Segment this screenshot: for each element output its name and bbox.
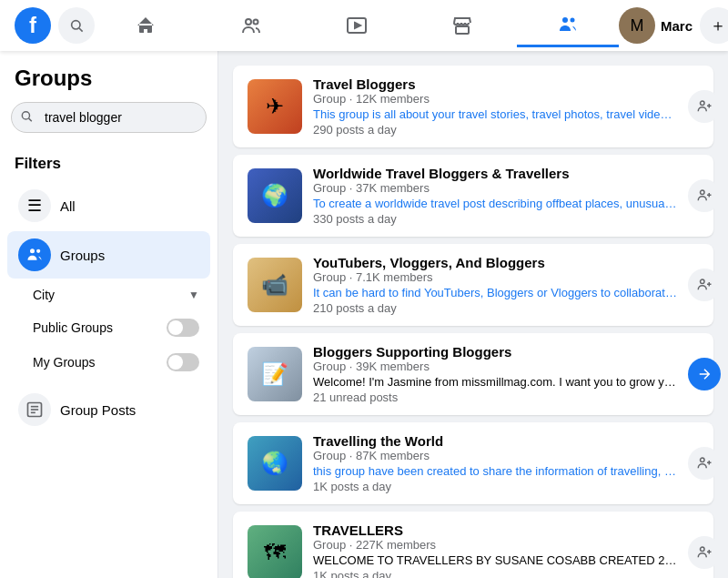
sidebar-item-all[interactable]: ☰ All xyxy=(7,182,210,229)
group-action-join-3[interactable] xyxy=(688,269,721,301)
nav-watch[interactable] xyxy=(306,4,408,47)
svg-point-23 xyxy=(701,279,705,284)
nav-marketplace[interactable] xyxy=(411,4,513,47)
group-posts-6: 1K posts a day xyxy=(313,569,677,578)
nav-friends[interactable] xyxy=(200,4,302,47)
my-groups-toggle[interactable] xyxy=(167,353,199,371)
all-icon: ☰ xyxy=(18,189,51,222)
svg-rect-6 xyxy=(456,26,469,34)
group-thumb-2: 🌍 xyxy=(248,168,302,223)
content-area: ✈ Travel Bloggers Group · 12K members Th… xyxy=(218,51,728,578)
my-groups-label: My Groups xyxy=(33,355,95,370)
group-card-5: 🌏 Travelling the World Group · 87K membe… xyxy=(233,422,713,504)
group-name-3: YouTubers, Vloggers, And Bloggers xyxy=(313,255,677,270)
svg-point-9 xyxy=(22,112,29,119)
user-name: Marc xyxy=(661,18,693,34)
svg-line-10 xyxy=(29,118,32,121)
search-button[interactable] xyxy=(58,7,95,44)
facebook-logo[interactable]: f xyxy=(15,7,51,44)
nav-groups[interactable] xyxy=(517,4,619,47)
group-name-4: Bloggers Supporting Bloggers xyxy=(313,344,677,360)
group-desc-4: Welcome! I'm Jasmine from missmillmag.co… xyxy=(313,375,677,389)
sub-item-public-groups[interactable]: Public Groups xyxy=(22,311,210,344)
add-button[interactable]: ＋ xyxy=(700,7,728,44)
sub-item-my-groups[interactable]: My Groups xyxy=(22,346,210,379)
sidebar-item-groups[interactable]: Groups xyxy=(7,231,210,279)
group-meta-2: Group · 37K members xyxy=(313,181,677,195)
main-layout: Groups Filters ☰ All Groups City ▼ xyxy=(0,51,728,578)
user-profile-btn[interactable]: M Marc xyxy=(619,7,693,44)
group-meta-4: Group · 39K members xyxy=(313,360,677,373)
nav-center xyxy=(95,4,619,47)
svg-point-2 xyxy=(246,19,251,25)
group-desc-3: It can be hard to find YouTubers, Blogge… xyxy=(313,286,677,299)
groups-filter-icon xyxy=(18,238,51,271)
svg-point-26 xyxy=(701,458,705,462)
group-posts-3: 210 posts a day xyxy=(313,301,677,315)
sidebar: Groups Filters ☰ All Groups City ▼ xyxy=(0,51,218,578)
group-action-join-1[interactable] xyxy=(688,90,721,123)
svg-point-8 xyxy=(571,17,575,22)
svg-point-17 xyxy=(701,101,705,106)
sidebar-title: Groups xyxy=(0,66,217,102)
group-thumb-3: 📹 xyxy=(248,258,302,312)
sidebar-item-groups-label: Groups xyxy=(60,248,105,263)
group-action-member-4[interactable] xyxy=(688,358,721,390)
group-action-join-6[interactable] xyxy=(688,536,721,569)
group-name-2: Worldwide Travel Bloggers & Travellers xyxy=(313,166,677,181)
group-name-5: Travelling the World xyxy=(313,433,677,449)
group-thumb-4: 📝 xyxy=(248,347,302,401)
svg-line-1 xyxy=(79,28,83,32)
filters-label: Filters xyxy=(0,147,217,180)
svg-point-20 xyxy=(701,190,705,195)
group-card-1: ✈ Travel Bloggers Group · 12K members Th… xyxy=(233,66,713,147)
nav-right: M Marc ＋ xyxy=(619,7,728,44)
sidebar-item-all-label: All xyxy=(60,198,76,214)
svg-point-0 xyxy=(72,21,80,29)
chevron-down-icon: ▼ xyxy=(188,289,199,301)
group-action-join-5[interactable] xyxy=(688,447,721,480)
group-info-6: TRAVELLERS Group · 227K members WELCOME … xyxy=(313,522,677,578)
sidebar-item-group-posts-label: Group Posts xyxy=(60,402,136,418)
group-meta-3: Group · 7.1K members xyxy=(313,270,677,284)
public-groups-label: Public Groups xyxy=(33,320,113,335)
group-desc-6: WELCOME TO TRAVELLERS BY SUSANE COSABB C… xyxy=(313,553,677,567)
group-info-1: Travel Bloggers Group · 12K members This… xyxy=(313,76,677,137)
svg-marker-5 xyxy=(355,23,360,28)
search-input[interactable] xyxy=(11,102,207,133)
group-action-join-2[interactable] xyxy=(688,179,721,212)
group-posts-2: 330 posts a day xyxy=(313,212,677,226)
svg-point-3 xyxy=(254,20,258,25)
group-info-2: Worldwide Travel Bloggers & Travellers G… xyxy=(313,166,677,226)
group-posts-icon xyxy=(18,393,51,426)
group-info-5: Travelling the World Group · 87K members… xyxy=(313,433,677,493)
city-label: City xyxy=(33,288,55,302)
group-meta-5: Group · 87K members xyxy=(313,449,677,462)
sub-item-city[interactable]: City ▼ xyxy=(22,280,210,309)
svg-point-12 xyxy=(36,249,40,253)
group-meta-6: Group · 227K members xyxy=(313,538,677,552)
group-card-4: 📝 Bloggers Supporting Bloggers Group · 3… xyxy=(233,333,713,415)
search-icon xyxy=(20,110,33,126)
group-desc-5: this group have been created to share th… xyxy=(313,464,677,478)
group-posts-4: 21 unread posts xyxy=(313,390,677,404)
nav-home[interactable] xyxy=(95,4,197,47)
public-groups-toggle[interactable] xyxy=(167,319,199,337)
group-thumb-1: ✈ xyxy=(248,79,302,134)
group-thumb-5: 🌏 xyxy=(248,436,302,491)
group-meta-1: Group · 12K members xyxy=(313,92,677,106)
avatar[interactable]: M xyxy=(619,7,655,44)
svg-point-29 xyxy=(701,547,705,552)
group-posts-1: 290 posts a day xyxy=(313,123,677,137)
group-thumb-6: 🗺 xyxy=(248,525,302,578)
group-name-6: TRAVELLERS xyxy=(313,522,677,538)
group-card-3: 📹 YouTubers, Vloggers, And Bloggers Grou… xyxy=(233,244,713,326)
search-box xyxy=(11,102,207,133)
group-info-3: YouTubers, Vloggers, And Bloggers Group … xyxy=(313,255,677,315)
group-card-2: 🌍 Worldwide Travel Bloggers & Travellers… xyxy=(233,155,713,237)
group-desc-1: This group is all about your travel stor… xyxy=(313,107,677,121)
svg-point-11 xyxy=(30,248,35,253)
sub-items: City ▼ Public Groups My Groups xyxy=(0,280,217,379)
sidebar-item-group-posts[interactable]: Group Posts xyxy=(7,386,210,433)
top-navigation: f M Marc ＋ xyxy=(0,0,728,51)
